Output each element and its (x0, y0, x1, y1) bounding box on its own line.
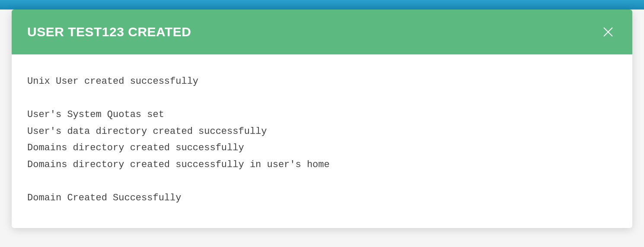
message-line: User's data directory created successful… (27, 124, 617, 140)
message-line: Domains directory created successfully i… (27, 157, 617, 174)
close-icon (601, 25, 615, 39)
modal-body: Unix User created successfully User's Sy… (12, 54, 632, 228)
modal-title: USER TEST123 CREATED (27, 25, 191, 39)
message-line: User's System Quotas set (27, 107, 617, 124)
message-line (27, 90, 617, 107)
top-bar (0, 0, 644, 10)
close-button[interactable] (599, 23, 617, 41)
message-line (27, 173, 617, 190)
modal-header: USER TEST123 CREATED (12, 10, 632, 54)
message-line: Unix User created successfully (27, 73, 617, 90)
success-modal: USER TEST123 CREATED Unix User created s… (12, 10, 632, 228)
message-line: Domains directory created successfully (27, 140, 617, 157)
message-line: Domain Created Successfully (27, 190, 617, 207)
